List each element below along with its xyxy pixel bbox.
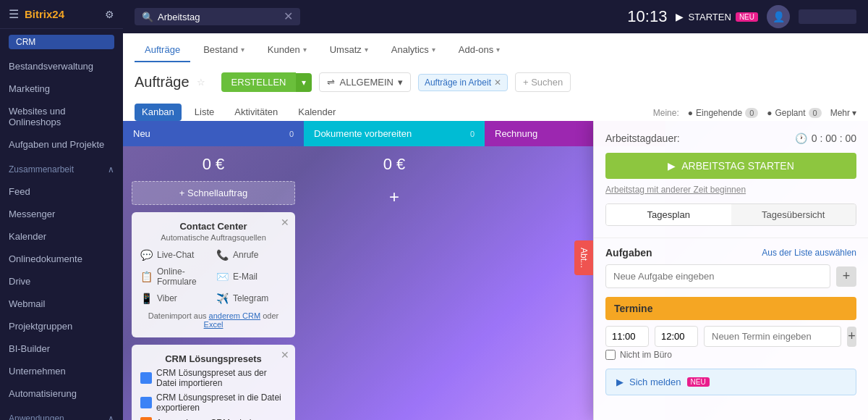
sidebar-item-websites[interactable]: Websites und Onlineshops xyxy=(0,100,123,133)
sidebar-item-marketing[interactable]: Marketing xyxy=(0,77,123,100)
add-dokument-icon[interactable]: + xyxy=(312,187,476,207)
tab-auftraege[interactable]: Aufträge xyxy=(135,38,190,62)
clock-icon: 🕐 xyxy=(795,133,807,144)
sidebar-item-projektgruppen[interactable]: Projektgruppen xyxy=(0,315,123,337)
nicht-im-büro-checkbox[interactable] xyxy=(605,350,616,360)
tab-analytics[interactable]: Analytics ▾ xyxy=(381,38,446,62)
aus-liste-link[interactable]: Aus der Liste auswählen xyxy=(762,248,856,258)
card-close-icon[interactable]: ✕ xyxy=(281,217,289,228)
schnellauftrag-button[interactable]: + Schnellauftrag xyxy=(132,181,295,205)
crm-link[interactable]: anderem CRM xyxy=(209,311,261,320)
aufgaben-section: Aufgaben Aus der Liste auswählen + xyxy=(605,247,856,288)
kanban-col-dokumente: Dokumente vorbereiten 0 0 € + xyxy=(304,121,485,420)
search-icon: 🔍 xyxy=(142,12,153,22)
chevron-down-icon3: ▾ xyxy=(365,46,368,54)
meine-eingehende[interactable]: ● Eingehende 0 xyxy=(688,108,758,118)
kanban-col-neu: Neu 0 0 € + Schnellauftrag ✕ Contact Cen… xyxy=(123,121,304,420)
create-button[interactable]: ERSTELLEN xyxy=(221,72,297,92)
hamburger-icon[interactable]: ☰ xyxy=(9,7,19,21)
tab-tagesuebersicht[interactable]: Tagesübersicht xyxy=(731,204,856,225)
aufgaben-label: Aufgaben xyxy=(605,247,652,259)
crm-badge[interactable]: CRM xyxy=(9,35,114,49)
sub-tab-aktivitaeten[interactable]: Aktivitäten xyxy=(227,104,285,121)
remove-filter-icon[interactable]: ✕ xyxy=(494,77,501,88)
tab-kunden[interactable]: Kunden ▾ xyxy=(258,38,317,62)
mehr-button[interactable]: Mehr ▾ xyxy=(830,108,856,118)
chevron-down-icon7: ▾ xyxy=(852,108,856,118)
sidebar-item-aufgaben[interactable]: Aufgaben und Projekte xyxy=(0,133,123,156)
sub-tabs: Kanban Liste Aktivitäten Kalender Meine:… xyxy=(135,98,856,121)
sidebar-item-bi-builder[interactable]: BI-Builder xyxy=(0,337,123,360)
termin-name-input[interactable] xyxy=(704,326,841,347)
main-content: 🔍 ✕ 10:13 ▶ STARTEN NEU 👤 Aufträge Besta… xyxy=(123,0,868,420)
card-item-livechat[interactable]: 💬 Live-Chat xyxy=(140,249,210,261)
sub-tab-kalender[interactable]: Kalender xyxy=(291,104,343,121)
tab-tagesplan[interactable]: Tagesplan xyxy=(606,204,731,225)
card-item-telegram[interactable]: ✈️ Telegram xyxy=(216,293,286,304)
add-termin-button[interactable]: + xyxy=(847,327,856,347)
chevron-down-icon6: ▾ xyxy=(398,77,403,88)
sub-tab-liste[interactable]: Liste xyxy=(187,104,221,121)
sidebar-item-onlinedokumente[interactable]: Onlinedokumente xyxy=(0,248,123,270)
search-input[interactable] xyxy=(158,12,279,22)
meine-geplant[interactable]: ● Geplant 0 xyxy=(767,108,821,118)
suchen-button[interactable]: + Suchen xyxy=(515,72,571,92)
export-icon xyxy=(140,397,152,408)
add-aufgabe-button[interactable]: + xyxy=(836,266,856,287)
clock-display: 10:13 xyxy=(627,7,667,26)
card-item-anrufe[interactable]: 📞 Anrufe xyxy=(216,249,286,261)
sidebar-item-bestandsverwaltung[interactable]: Bestandsverwaltung xyxy=(0,55,123,77)
abt-tab[interactable]: Abt... xyxy=(574,240,593,275)
create-dropdown-button[interactable]: ▾ xyxy=(296,73,312,92)
topbar: 🔍 ✕ 10:13 ▶ STARTEN NEU 👤 xyxy=(123,0,868,33)
kanban-col-body-neu: 0 € + Schnellauftrag ✕ Contact Center Au… xyxy=(123,146,304,420)
card-item-email[interactable]: ✉️ E-Mail xyxy=(216,266,286,287)
crm-item-import[interactable]: CRM Lösungspreset aus der Datei importie… xyxy=(140,366,286,390)
card-item-formulare[interactable]: 📋 Online-Formulare xyxy=(140,266,210,287)
star-icon[interactable]: ☆ xyxy=(197,77,205,88)
page-title-row: Aufträge ☆ ERSTELLEN ▾ ⇌ ALLGEMEIN ▾ Auf… xyxy=(135,72,856,98)
sub-tab-kanban[interactable]: Kanban xyxy=(135,104,182,121)
arbeitstag-link[interactable]: Arbeitstag mit anderer Zeit beginnen xyxy=(605,185,856,195)
crm-item-migrate[interactable]: Aus anderem CRM migrieren xyxy=(140,415,286,420)
termine-header: Termine xyxy=(605,297,856,320)
sidebar-item-kalender[interactable]: Kalender xyxy=(0,225,123,248)
sidebar-item-unternehmen[interactable]: Unternehmen xyxy=(0,360,123,382)
tab-umsatz[interactable]: Umsatz ▾ xyxy=(320,38,378,62)
sidebar-item-automatisierung[interactable]: Automatisierung xyxy=(0,382,123,405)
card-item-viber[interactable]: 📱 Viber xyxy=(140,293,210,304)
email-icon: ✉️ xyxy=(216,271,229,282)
search-bar: 🔍 ✕ xyxy=(135,8,300,25)
excel-link[interactable]: Excel xyxy=(204,320,224,329)
card2-close-icon[interactable]: ✕ xyxy=(281,349,289,361)
settings-icon[interactable]: ⚙ xyxy=(105,9,114,20)
avatar[interactable]: 👤 xyxy=(767,5,790,28)
sidebar-item-drive[interactable]: Drive xyxy=(0,270,123,293)
meine-row: Meine: ● Eingehende 0 ● Geplant 0 Mehr ▾ xyxy=(653,104,856,121)
tab-addons[interactable]: Add-ons ▾ xyxy=(448,38,510,62)
contact-center-card: ✕ Contact Center Automatische Auftragsqu… xyxy=(132,212,295,337)
telegram-icon: ✈️ xyxy=(216,293,229,304)
sidebar-item-webmail[interactable]: Webmail xyxy=(0,293,123,315)
sidebar-item-feed[interactable]: Feed xyxy=(0,180,123,203)
sich-melden-button[interactable]: ▶ Sich melden NEU xyxy=(605,369,856,395)
time-from-input[interactable] xyxy=(605,326,649,347)
aufgabe-input[interactable] xyxy=(605,264,830,288)
nav-tabs: Aufträge Bestand ▾ Kunden ▾ Umsatz ▾ Ana… xyxy=(123,33,868,67)
card-subtitle: Automatische Auftragsquellen xyxy=(140,233,286,242)
starten-button[interactable]: ▶ STARTEN NEU xyxy=(676,11,758,22)
close-icon[interactable]: ✕ xyxy=(284,11,293,22)
kanban-col-header-dokumente: Dokumente vorbereiten 0 xyxy=(304,121,485,146)
kanban-amount-dokumente: 0 € xyxy=(312,155,476,174)
sidebar-item-messenger[interactable]: Messenger xyxy=(0,203,123,225)
play-icon2: ▶ xyxy=(668,160,676,172)
filter-button[interactable]: ⇌ ALLGEMEIN ▾ xyxy=(319,72,410,92)
time-to-input[interactable] xyxy=(655,326,698,347)
chevron-down-icon: ▾ xyxy=(241,46,244,54)
overlay-panel: Arbeitstagdauer: 🕐 0 : 00 : 00 ▶ ARBEITS… xyxy=(593,121,868,420)
tab-bestand[interactable]: Bestand ▾ xyxy=(193,38,255,62)
kanban-amount-neu: 0 € xyxy=(132,155,295,174)
arbeitstag-starten-button[interactable]: ▶ ARBEITSTAG STARTEN xyxy=(605,153,856,179)
crm-item-export[interactable]: CRM Lösungspreset in die Datei exportier… xyxy=(140,390,286,415)
card-grid: 💬 Live-Chat 📞 Anrufe 📋 Online-Formulare xyxy=(140,249,286,304)
